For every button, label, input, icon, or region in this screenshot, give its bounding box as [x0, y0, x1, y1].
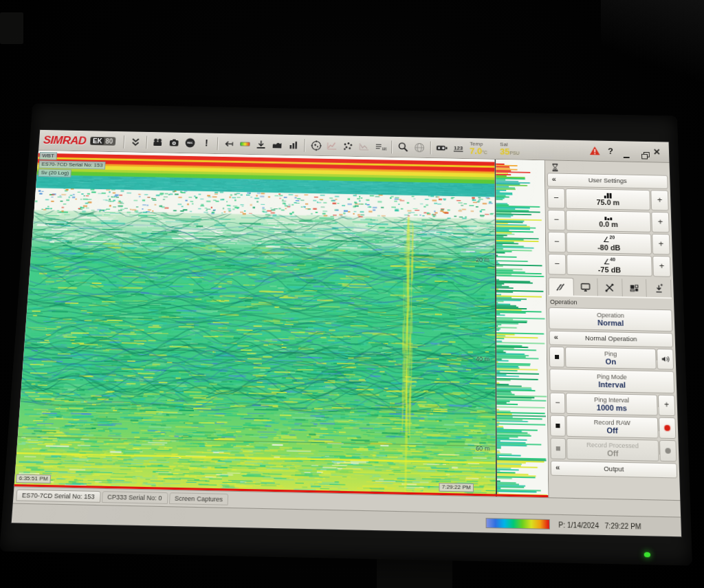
- collapse-chevron[interactable]: «: [554, 333, 558, 342]
- record-raw-toggle[interactable]: Record RAW Off: [566, 415, 658, 439]
- close-button[interactable]: ✕: [651, 147, 662, 157]
- range-stepper: − 75.0 m +: [547, 188, 669, 210]
- channel-label-wbt: WBT: [39, 152, 57, 160]
- max-level-value[interactable]: ∠40 -75 dB: [566, 254, 652, 276]
- ping-interval-stepper: − Ping Interval 1000 ms +: [550, 393, 676, 416]
- ping-row: Ping On: [549, 347, 674, 370]
- svg-text:REC: REC: [187, 141, 193, 144]
- tab-screen-captures[interactable]: Screen Captures: [169, 492, 229, 505]
- window-buttons: ? ✕: [589, 146, 666, 157]
- arrow-to-bottom-icon: [255, 139, 267, 149]
- minimize-button[interactable]: [621, 146, 632, 156]
- tab-windows[interactable]: [622, 279, 647, 296]
- collapse-chevron[interactable]: «: [552, 175, 556, 183]
- operation-dropdown[interactable]: Operation Normal: [549, 307, 672, 332]
- separator: [391, 140, 392, 153]
- record-video-button[interactable]: [151, 135, 165, 149]
- range-start-plus-button[interactable]: +: [651, 212, 670, 232]
- separator: [146, 135, 147, 149]
- settings-panel: « User Settings − 75.0 m + −: [544, 160, 681, 500]
- range-minus-button[interactable]: −: [547, 188, 565, 208]
- min-level-stepper: − ∠20 -80 dB +: [548, 232, 670, 255]
- min-level-plus-button[interactable]: +: [652, 234, 670, 255]
- collapse-menus-button[interactable]: [128, 135, 143, 149]
- echogram-canvas[interactable]: [14, 151, 496, 496]
- fish-track-button-disabled[interactable]: [325, 139, 340, 153]
- numbered-list-button[interactable]: 123: [373, 140, 388, 153]
- list-123-icon: 123: [374, 141, 386, 151]
- screenshot-button[interactable]: [167, 135, 182, 149]
- battery-plus-icon: [435, 142, 449, 153]
- max-level-stepper: − ∠40 -75 dB +: [548, 254, 671, 277]
- output-header[interactable]: « Output: [551, 461, 677, 479]
- tab-install[interactable]: [646, 279, 671, 297]
- ambient-object-left: [0, 12, 23, 44]
- echogram-zone: WBT ES70-7CD Serial No: 153 Sv (20 Log) …: [14, 151, 549, 497]
- separator: [430, 141, 431, 154]
- ping-sound-button[interactable]: [657, 349, 674, 370]
- horizontal-back-button[interactable]: [221, 137, 236, 151]
- bottom-detection-button[interactable]: [254, 138, 268, 151]
- alert-button[interactable]: !: [199, 136, 213, 150]
- ping-interval-minus-button[interactable]: −: [550, 393, 566, 414]
- depth-plot-button-disabled[interactable]: [357, 140, 371, 153]
- geo-view-button-disabled[interactable]: [412, 140, 426, 154]
- max-level-minus-button[interactable]: −: [548, 254, 566, 275]
- max-level-plus-button[interactable]: +: [652, 256, 671, 277]
- ping-interval-plus-button[interactable]: +: [658, 395, 675, 416]
- output-title: Output: [604, 466, 624, 474]
- separator: [123, 135, 124, 148]
- live-ping-trace[interactable]: [494, 160, 548, 497]
- range-start-minus-button[interactable]: −: [547, 210, 565, 230]
- temp-value: 7.0°C: [470, 146, 487, 155]
- badge-80: 80: [105, 138, 113, 145]
- echo-trace-button[interactable]: [341, 139, 355, 153]
- colour-scale-button[interactable]: [238, 137, 252, 151]
- channel-label-serial: ES70-7CD Serial No: 153: [38, 160, 106, 169]
- exclamation-icon: !: [202, 138, 210, 149]
- echogram[interactable]: WBT ES70-7CD Serial No: 153 Sv (20 Log) …: [14, 151, 496, 497]
- record-grey-dot-icon: [665, 448, 670, 453]
- record-raw-single-button[interactable]: [550, 415, 566, 436]
- simrad-logo: SIMRAD: [43, 133, 87, 147]
- ping-toggle[interactable]: Ping On: [565, 347, 657, 369]
- single-target-button[interactable]: [309, 138, 323, 152]
- ping-interval-value[interactable]: Ping Interval 1000 ms: [566, 393, 658, 415]
- range-start-bars-icon: [605, 214, 613, 220]
- numerics-button[interactable]: 123: [451, 141, 465, 155]
- range-plus-button[interactable]: +: [650, 190, 668, 210]
- channel-label-sv: Sv (20 Log): [38, 169, 72, 177]
- film-camera-icon: [152, 137, 164, 147]
- rec-button[interactable]: REC: [183, 136, 197, 150]
- zoom-button[interactable]: [396, 140, 410, 154]
- tab-setup[interactable]: [598, 279, 623, 296]
- normal-operation-title: Normal Operation: [585, 335, 637, 343]
- tab-es70-channel[interactable]: ES70-7CD Serial No: 153: [16, 490, 100, 503]
- ping-single-button[interactable]: [549, 347, 565, 368]
- tab-cp333-channel[interactable]: CP333 Serial No: 0: [101, 491, 168, 504]
- help-button[interactable]: ?: [605, 146, 616, 155]
- svg-text:!: !: [204, 138, 208, 148]
- square-icon: [556, 446, 560, 450]
- normal-operation-header[interactable]: « Normal Operation: [549, 331, 674, 348]
- record-processed-row: Record Processed Off: [550, 437, 676, 461]
- ping-mode-dropdown[interactable]: Ping Mode Interval: [549, 369, 674, 393]
- min-level-value[interactable]: ∠20 -80 dB: [566, 232, 652, 254]
- tab-display[interactable]: [573, 278, 598, 296]
- transceiver-power-button[interactable]: [435, 141, 450, 155]
- tab-operation[interactable]: [549, 277, 574, 295]
- min-level-minus-button[interactable]: −: [548, 232, 566, 253]
- seabed-view-button[interactable]: [270, 138, 285, 151]
- user-settings-header[interactable]: « User Settings: [547, 173, 668, 188]
- tools-icon: [604, 282, 615, 292]
- ping-trace-canvas[interactable]: [496, 160, 548, 497]
- record-processed-single-button: [550, 437, 566, 459]
- range-value[interactable]: 75.0 m: [566, 188, 651, 210]
- collapse-chevron[interactable]: «: [556, 463, 560, 472]
- hourglass-icon: [551, 163, 559, 172]
- range-start-value[interactable]: 0.0 m: [566, 210, 651, 232]
- ek80-badge: EK 80: [90, 137, 116, 146]
- histogram-button[interactable]: [286, 138, 300, 152]
- color-scale-legend[interactable]: [486, 518, 550, 530]
- depth-label-20m: 20 m: [476, 257, 490, 263]
